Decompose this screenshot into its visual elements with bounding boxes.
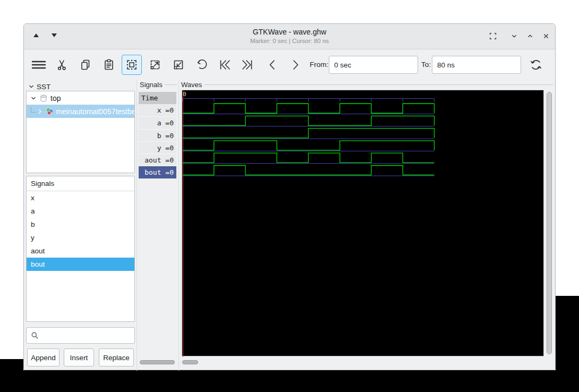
- signal-list-header: Signals: [27, 176, 134, 191]
- waves-vscrollbar[interactable]: [546, 91, 553, 356]
- reload-icon: [529, 58, 543, 72]
- signals-hscrollbar-thumb[interactable]: [140, 360, 175, 364]
- undo-zoom-button[interactable]: [194, 57, 209, 72]
- pane-divider[interactable]: [137, 80, 137, 371]
- value-row-a[interactable]: a =0: [139, 116, 176, 129]
- tree-label-top: top: [50, 94, 61, 103]
- list-item-y[interactable]: y: [27, 231, 134, 244]
- zoom-out-icon: [149, 58, 161, 71]
- scope-icon: [39, 94, 48, 103]
- signal-search-box[interactable]: [26, 327, 135, 344]
- tree-row-top[interactable]: top: [27, 91, 134, 105]
- cut-button[interactable]: [55, 57, 70, 72]
- chevron-left-icon: [266, 58, 279, 71]
- menu-button[interactable]: [31, 57, 46, 72]
- signals-hscrollbar[interactable]: [139, 359, 176, 365]
- close-icon: [541, 31, 551, 41]
- wave-canvas[interactable]: 0: [182, 90, 544, 356]
- signal-value-table: Time x =0 a =0 b =0 y =0 aout =0 bout =0: [139, 92, 176, 178]
- value-row-b[interactable]: b =0: [139, 129, 176, 141]
- sst-label: SST: [37, 83, 50, 91]
- list-item-a[interactable]: a: [27, 204, 134, 218]
- window-title: GTKWave - wave.ghw: [24, 28, 555, 36]
- minimize-button[interactable]: [508, 30, 520, 42]
- hamburger-icon: [31, 58, 46, 71]
- go-to-end-button[interactable]: [240, 57, 255, 72]
- undo-arrow-icon: [195, 58, 208, 71]
- sst-header[interactable]: SST: [28, 82, 50, 91]
- value-row-aout[interactable]: aout =0: [139, 154, 176, 166]
- shift-left-button[interactable]: [265, 57, 280, 72]
- desktop-background-left: [0, 359, 23, 370]
- marker-cursor-status: Marker: 0 sec | Cursor: 80 ns: [24, 38, 555, 44]
- zoom-out-range-button[interactable]: [148, 57, 163, 72]
- waves-frame-label: Waves: [181, 81, 204, 89]
- go-to-start-button[interactable]: [217, 57, 232, 72]
- replace-button[interactable]: Replace: [99, 348, 134, 367]
- search-icon: [31, 331, 39, 340]
- time-header: Time: [139, 92, 176, 104]
- corners-icon: [488, 31, 498, 41]
- zoom-fit-icon: [125, 58, 139, 72]
- to-input[interactable]: [432, 56, 521, 74]
- list-item-x[interactable]: x: [27, 191, 134, 204]
- zoom-fit-button[interactable]: [122, 55, 142, 75]
- desktop-background-bottom: [0, 370, 579, 392]
- chevron-down-icon: [509, 31, 519, 41]
- value-row-y[interactable]: y =0: [139, 141, 176, 154]
- value-row-bout[interactable]: bout =0: [139, 166, 176, 178]
- gtkwave-window: GTKWave - wave.ghw Marker: 0 sec | Curso…: [23, 23, 556, 370]
- chevron-right-icon: [289, 58, 302, 71]
- list-item-aout[interactable]: aout: [27, 244, 134, 258]
- insert-button[interactable]: Insert: [64, 348, 94, 367]
- value-row-x[interactable]: x =0: [139, 104, 176, 116]
- shift-right-button[interactable]: [288, 57, 303, 72]
- skip-start-icon: [218, 58, 232, 71]
- copy-button[interactable]: [78, 57, 93, 72]
- waveform-plot: 0: [182, 90, 544, 357]
- tree-row-testbench[interactable]: meinautomat0057testbe: [27, 105, 134, 118]
- chevron-up-icon: [525, 31, 535, 41]
- waves-hscrollbar[interactable]: [182, 359, 553, 365]
- signals-frame-label: Signals: [140, 81, 165, 89]
- to-label: To:: [421, 61, 431, 69]
- list-item-b[interactable]: b: [27, 218, 134, 231]
- paste-button[interactable]: [101, 57, 116, 72]
- maximize-button[interactable]: [524, 30, 536, 42]
- close-button[interactable]: [540, 30, 552, 42]
- component-icon: [45, 107, 54, 116]
- signals-frame-line: [164, 84, 177, 85]
- waves-frame-line: [205, 84, 553, 85]
- pane-divider[interactable]: [178, 80, 179, 371]
- zoom-in-icon: [172, 58, 185, 71]
- titlebar[interactable]: GTKWave - wave.ghw Marker: 0 sec | Curso…: [24, 24, 555, 49]
- expander-down-icon: [28, 83, 35, 90]
- skip-end-icon: [241, 58, 254, 71]
- keep-above-button[interactable]: [487, 30, 499, 42]
- sst-tree: top meinautomat0057testbe: [26, 91, 135, 173]
- waves-vscrollbar-thumb[interactable]: [547, 92, 552, 354]
- list-item-bout[interactable]: bout: [27, 258, 134, 271]
- waves-hscrollbar-thumb[interactable]: [182, 360, 198, 364]
- tree-guide-line: [31, 107, 36, 113]
- expander-right-icon[interactable]: [37, 108, 43, 115]
- from-label: From:: [310, 61, 328, 69]
- search-input[interactable]: [41, 328, 133, 343]
- copy-icon: [79, 58, 92, 71]
- clipboard-icon: [103, 58, 115, 71]
- signal-search-list: Signals x a b y aout bout: [26, 176, 135, 322]
- expander-down-icon[interactable]: [30, 95, 37, 101]
- scissors-icon: [56, 58, 69, 71]
- toolbar: From: To:: [24, 49, 555, 80]
- append-button[interactable]: Append: [27, 348, 59, 367]
- from-input[interactable]: [329, 56, 418, 74]
- tree-label-testbench: meinautomat0057testbe: [56, 107, 134, 116]
- reload-button[interactable]: [529, 57, 543, 72]
- zoom-in-range-button[interactable]: [171, 57, 186, 72]
- desktop-background-right: [556, 296, 579, 370]
